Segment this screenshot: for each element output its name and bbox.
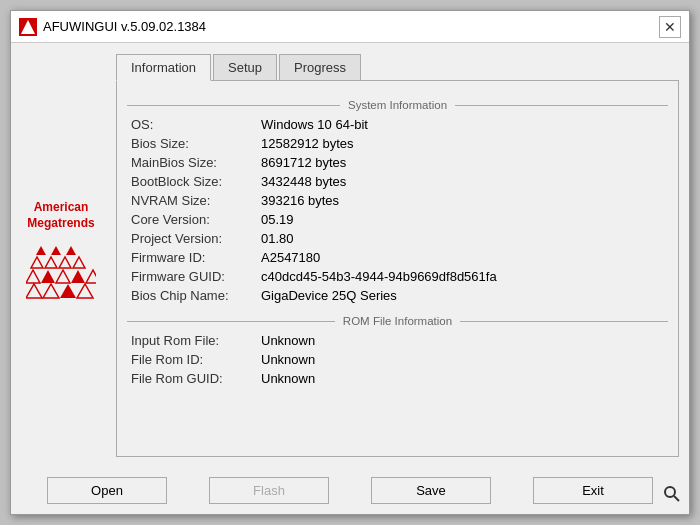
row-label: NVRAM Size: bbox=[127, 191, 257, 210]
row-value: c40dcd45-54b3-4944-94b9669df8d561fa bbox=[257, 267, 668, 286]
ami-logo bbox=[26, 240, 96, 310]
table-row: BootBlock Size:3432448 bytes bbox=[127, 172, 668, 191]
svg-marker-4 bbox=[66, 246, 76, 255]
window-body: American Megatrends bbox=[11, 43, 689, 467]
row-label: Input Rom File: bbox=[127, 331, 257, 350]
svg-point-18 bbox=[665, 487, 675, 497]
row-label: Firmware ID: bbox=[127, 248, 257, 267]
svg-marker-10 bbox=[41, 270, 55, 283]
table-row: Input Rom File:Unknown bbox=[127, 331, 668, 350]
tab-information[interactable]: Information bbox=[116, 54, 211, 81]
row-value: 393216 bytes bbox=[257, 191, 668, 210]
row-label: Project Version: bbox=[127, 229, 257, 248]
svg-marker-6 bbox=[45, 257, 57, 268]
tab-progress[interactable]: Progress bbox=[279, 54, 361, 80]
main-area: Information Setup Progress System Inform… bbox=[111, 43, 689, 467]
svg-marker-5 bbox=[31, 257, 43, 268]
table-row: MainBios Size:8691712 bytes bbox=[127, 153, 668, 172]
table-row: File Rom GUID:Unknown bbox=[127, 369, 668, 388]
row-value: 05.19 bbox=[257, 210, 668, 229]
svg-marker-14 bbox=[26, 284, 42, 298]
button-bar: Open Flash Save Exit bbox=[11, 467, 689, 514]
row-value: A2547180 bbox=[257, 248, 668, 267]
close-button[interactable]: ✕ bbox=[659, 16, 681, 38]
search-icon bbox=[663, 485, 681, 503]
open-button[interactable]: Open bbox=[47, 477, 167, 504]
svg-marker-8 bbox=[73, 257, 85, 268]
table-row: Firmware GUID:c40dcd45-54b3-4944-94b9669… bbox=[127, 267, 668, 286]
svg-marker-11 bbox=[56, 270, 70, 283]
row-value: Unknown bbox=[257, 350, 668, 369]
system-info-header: System Information bbox=[127, 99, 668, 111]
row-value: 3432448 bytes bbox=[257, 172, 668, 191]
table-row: Bios Size:12582912 bytes bbox=[127, 134, 668, 153]
table-row: OS:Windows 10 64-bit bbox=[127, 115, 668, 134]
row-label: Bios Chip Name: bbox=[127, 286, 257, 305]
row-label: MainBios Size: bbox=[127, 153, 257, 172]
system-info-table: OS:Windows 10 64-bitBios Size:12582912 b… bbox=[127, 115, 668, 305]
table-row: Project Version:01.80 bbox=[127, 229, 668, 248]
row-label: BootBlock Size: bbox=[127, 172, 257, 191]
title-bar: AFUWINGUI v.5.09.02.1384 ✕ bbox=[11, 11, 689, 43]
svg-marker-9 bbox=[26, 270, 40, 283]
row-label: File Rom GUID: bbox=[127, 369, 257, 388]
system-info-label: System Information bbox=[340, 99, 455, 111]
svg-marker-3 bbox=[51, 246, 61, 255]
row-label: Core Version: bbox=[127, 210, 257, 229]
tabs-container: Information Setup Progress bbox=[116, 53, 679, 80]
row-value: Unknown bbox=[257, 369, 668, 388]
svg-marker-16 bbox=[60, 284, 76, 298]
row-label: Bios Size: bbox=[127, 134, 257, 153]
row-label: OS: bbox=[127, 115, 257, 134]
tab-setup[interactable]: Setup bbox=[213, 54, 277, 80]
row-label: File Rom ID: bbox=[127, 350, 257, 369]
row-value: GigaDevice 25Q Series bbox=[257, 286, 668, 305]
table-row: File Rom ID:Unknown bbox=[127, 350, 668, 369]
search-icon-container bbox=[663, 485, 681, 506]
save-button[interactable]: Save bbox=[371, 477, 491, 504]
table-row: Core Version:05.19 bbox=[127, 210, 668, 229]
content-panel: System Information OS:Windows 10 64-bitB… bbox=[116, 80, 679, 457]
row-value: 12582912 bytes bbox=[257, 134, 668, 153]
svg-marker-15 bbox=[43, 284, 59, 298]
row-value: 01.80 bbox=[257, 229, 668, 248]
svg-marker-7 bbox=[59, 257, 71, 268]
main-window: AFUWINGUI v.5.09.02.1384 ✕ American Mega… bbox=[10, 10, 690, 515]
row-value: 8691712 bytes bbox=[257, 153, 668, 172]
svg-line-19 bbox=[674, 496, 679, 501]
svg-marker-13 bbox=[86, 270, 96, 283]
rom-info-header: ROM File Information bbox=[127, 315, 668, 327]
row-value: Windows 10 64-bit bbox=[257, 115, 668, 134]
app-icon bbox=[19, 18, 37, 36]
logo-panel: American Megatrends bbox=[11, 43, 111, 467]
table-row: Firmware ID:A2547180 bbox=[127, 248, 668, 267]
row-value: Unknown bbox=[257, 331, 668, 350]
rom-info-table: Input Rom File:UnknownFile Rom ID:Unknow… bbox=[127, 331, 668, 388]
logo-text: American Megatrends bbox=[27, 200, 94, 231]
flash-button[interactable]: Flash bbox=[209, 477, 329, 504]
row-label: Firmware GUID: bbox=[127, 267, 257, 286]
table-row: NVRAM Size:393216 bytes bbox=[127, 191, 668, 210]
table-row: Bios Chip Name:GigaDevice 25Q Series bbox=[127, 286, 668, 305]
window-title: AFUWINGUI v.5.09.02.1384 bbox=[43, 19, 659, 34]
svg-marker-2 bbox=[36, 246, 46, 255]
svg-marker-12 bbox=[71, 270, 85, 283]
exit-button[interactable]: Exit bbox=[533, 477, 653, 504]
rom-info-label: ROM File Information bbox=[335, 315, 460, 327]
svg-marker-17 bbox=[77, 284, 93, 298]
